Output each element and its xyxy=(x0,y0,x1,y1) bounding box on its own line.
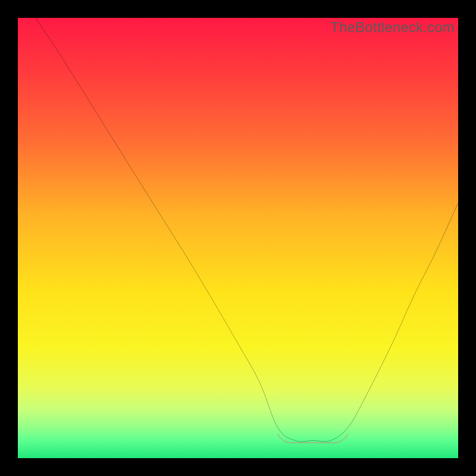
optimum-band-svg xyxy=(18,18,458,458)
plot-area: TheBottleneck.com xyxy=(18,18,458,458)
optimum-band-path xyxy=(278,434,348,443)
chart-stage: TheBottleneck.com xyxy=(0,0,476,476)
